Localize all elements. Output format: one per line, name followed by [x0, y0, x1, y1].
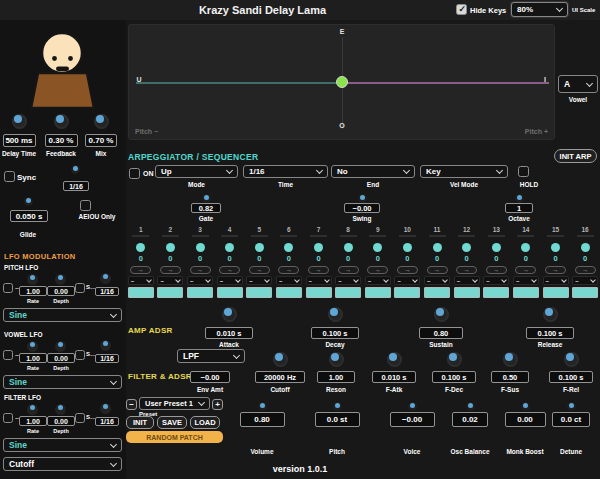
filter-knob-3[interactable] — [387, 352, 402, 367]
lfo-shape-dropdown-1[interactable]: Sine — [3, 375, 122, 389]
seq-step-mode-dropdown[interactable]: – — [276, 276, 302, 285]
amp-value-2[interactable]: 0.80 — [419, 327, 463, 339]
master-knob-3[interactable] — [466, 402, 475, 411]
amp-knob-0[interactable] — [222, 307, 237, 322]
master-value-2[interactable]: −0.00 — [390, 412, 435, 427]
delay-value-2[interactable]: 0.70 % — [85, 134, 117, 147]
lfo-sync-checkbox-1[interactable] — [75, 350, 85, 360]
lfo-sync-checkbox-2[interactable] — [75, 413, 85, 423]
delay-value-0[interactable]: 500 ms — [3, 134, 36, 147]
seq-step-gate-bar[interactable] — [454, 287, 480, 298]
seq-step-gate-bar[interactable] — [306, 287, 332, 298]
seq-step-gate-bar[interactable] — [187, 287, 213, 298]
seq-step-gate-bar[interactable] — [217, 287, 243, 298]
filter-value-3[interactable]: 0.010 s — [372, 371, 416, 383]
preset-plus-button[interactable]: + — [212, 399, 223, 410]
amp-value-0[interactable]: 0.010 s — [205, 327, 253, 339]
master-knob-4[interactable] — [521, 402, 530, 411]
seq-velocity-knob[interactable] — [136, 243, 145, 252]
seq-velocity-knob[interactable] — [344, 243, 353, 252]
lfo-depth-knob-1[interactable] — [55, 341, 66, 352]
seq-step-mode-dropdown[interactable]: – — [157, 276, 183, 285]
arp-dropdown-3[interactable]: Key — [420, 165, 508, 178]
amp-knob-1[interactable] — [328, 307, 343, 322]
seq-velocity-knob[interactable] — [551, 243, 560, 252]
arp-value-2[interactable]: 1 — [505, 203, 533, 213]
lfo-rate-value-0[interactable]: 1.00 — [19, 286, 47, 296]
amp-value-1[interactable]: 0.100 s — [311, 327, 359, 339]
seq-step-arrow-button[interactable]: → — [278, 266, 299, 274]
seq-step-arrow-button[interactable]: → — [575, 266, 596, 274]
lfo-rate-knob-2[interactable] — [27, 404, 38, 415]
master-value-5[interactable]: 0.0 ct — [552, 412, 590, 427]
seq-step-arrow-button[interactable]: → — [219, 266, 240, 274]
seq-step-arrow-button[interactable]: → — [427, 266, 448, 274]
seq-step-gate-bar[interactable] — [572, 287, 598, 298]
seq-step-mode-dropdown[interactable]: – — [365, 276, 391, 285]
arp-dropdown-1[interactable]: 1/16 — [243, 165, 328, 178]
vowel-xy-pad[interactable]: E O U I Pitch − Pitch + — [128, 24, 555, 140]
seq-step-gate-bar[interactable] — [157, 287, 183, 298]
delay-knob-0[interactable] — [12, 114, 27, 129]
seq-velocity-knob[interactable] — [314, 243, 323, 252]
seq-velocity-knob[interactable] — [196, 243, 205, 252]
master-knob-0[interactable] — [258, 402, 267, 411]
seq-step-gate-bar[interactable] — [394, 287, 420, 298]
lfo-shape-dropdown-0[interactable]: Sine — [3, 308, 122, 322]
seq-step-arrow-button[interactable]: → — [190, 266, 211, 274]
seq-step-arrow-button[interactable]: → — [308, 266, 329, 274]
seq-step-mode-dropdown[interactable]: – — [483, 276, 509, 285]
delay-knob-1[interactable] — [54, 114, 69, 129]
amp-value-3[interactable]: 0.100 s — [526, 327, 574, 339]
delay-knob-2[interactable] — [94, 114, 109, 129]
filter-value-4[interactable]: 0.100 s — [432, 371, 476, 383]
glide-knob[interactable] — [24, 197, 33, 206]
filter-value-6[interactable]: 0.100 s — [549, 371, 593, 383]
master-knob-5[interactable] — [567, 402, 576, 411]
seq-velocity-knob[interactable] — [225, 243, 234, 252]
seq-step-mode-dropdown[interactable]: – — [128, 276, 154, 285]
hide-keys-checkbox[interactable] — [456, 4, 467, 15]
preset-save-button[interactable]: SAVE — [157, 416, 187, 429]
lfo-depth-value-2[interactable]: 0.00 — [47, 416, 75, 426]
seq-step-arrow-button[interactable]: → — [367, 266, 388, 274]
arp-on-checkbox[interactable] — [129, 168, 140, 179]
filter-value-5[interactable]: 0.50 — [491, 371, 529, 383]
lfo-enable-checkbox-2[interactable] — [3, 413, 13, 423]
lfo-sync-rate-value-1[interactable]: 1/16 — [95, 354, 119, 363]
seq-step-mode-dropdown[interactable]: – — [572, 276, 598, 285]
sync-checkbox[interactable] — [4, 171, 15, 182]
lfo-depth-value-0[interactable]: 0.00 — [47, 286, 75, 296]
seq-step-arrow-button[interactable]: → — [130, 266, 151, 274]
seq-step-mode-dropdown[interactable]: – — [335, 276, 361, 285]
arp-knob-2[interactable] — [515, 194, 524, 203]
lfo-rate-value-1[interactable]: 1.00 — [19, 353, 47, 363]
seq-velocity-knob[interactable] — [581, 243, 590, 252]
preset-init-button[interactable]: INIT — [126, 416, 154, 429]
filter-value-0[interactable]: −0.00 — [190, 371, 230, 383]
seq-step-mode-dropdown[interactable]: – — [454, 276, 480, 285]
preset-minus-button[interactable]: − — [126, 399, 137, 410]
lfo-sync-checkbox-0[interactable] — [75, 283, 85, 293]
preset-dropdown[interactable]: User Preset 1 — [139, 397, 210, 410]
lfo-sync-rate-value-0[interactable]: 1/16 — [95, 287, 119, 296]
seq-step-mode-dropdown[interactable]: – — [306, 276, 332, 285]
lfo-sync-rate-knob-0[interactable] — [100, 273, 111, 284]
amp-knob-3[interactable] — [543, 307, 558, 322]
lfo-shape-dropdown-2[interactable]: Sine — [3, 438, 122, 452]
filter-lfo-dest-dropdown[interactable]: Cutoff — [3, 457, 122, 471]
filter-knob-1[interactable] — [273, 352, 288, 367]
seq-step-arrow-button[interactable]: → — [545, 266, 566, 274]
seq-step-arrow-button[interactable]: → — [397, 266, 418, 274]
lfo-depth-knob-0[interactable] — [55, 274, 66, 285]
init-arp-button[interactable]: INIT ARP — [554, 149, 597, 163]
seq-velocity-knob[interactable] — [284, 243, 293, 252]
master-knob-1[interactable] — [333, 402, 342, 411]
seq-velocity-knob[interactable] — [492, 243, 501, 252]
seq-velocity-knob[interactable] — [433, 243, 442, 252]
seq-step-mode-dropdown[interactable]: – — [394, 276, 420, 285]
seq-step-gate-bar[interactable] — [424, 287, 450, 298]
arp-dropdown-2[interactable]: No — [331, 165, 415, 178]
seq-step-gate-bar[interactable] — [513, 287, 539, 298]
filter-type-dropdown[interactable]: LPF — [177, 349, 245, 363]
